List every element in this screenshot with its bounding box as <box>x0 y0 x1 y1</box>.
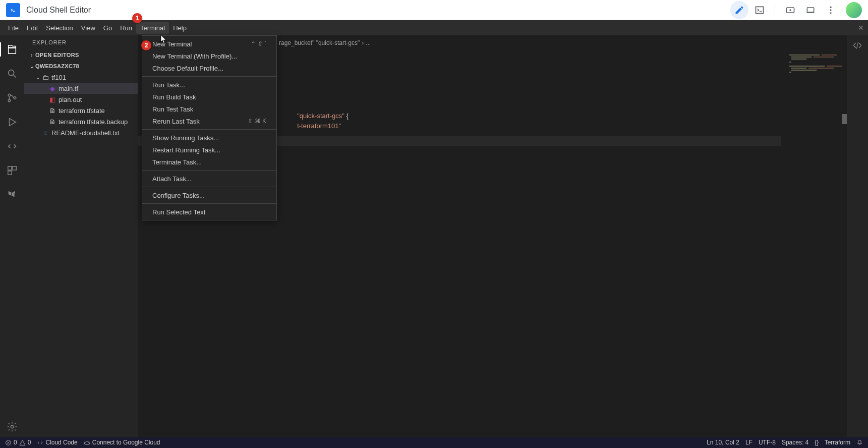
explorer-sidebar: EXPLORER ›OPEN EDITORS ⌄QWEDSAZXC78 ⌄🗀tf… <box>24 35 138 437</box>
open-editors-section[interactable]: ›OPEN EDITORS <box>24 49 138 61</box>
terminal-dropdown: New Terminal⌃ ⇧ ` New Terminal (With Pro… <box>142 35 277 220</box>
terminal-icon[interactable] <box>750 1 769 19</box>
menu-view[interactable]: View <box>77 22 99 34</box>
cloud-shell-logo-icon <box>6 3 20 17</box>
dd-rerun-last-task[interactable]: Rerun Last Task⇧ ⌘ K <box>142 115 276 127</box>
callout-badge-2: 2 <box>141 40 151 50</box>
dd-run-build-task[interactable]: Run Build Task <box>142 91 276 103</box>
chrome-title: Cloud Shell Editor <box>26 6 91 15</box>
warning-icon <box>19 439 26 446</box>
right-bar-icon[interactable] <box>852 40 862 52</box>
menu-selection[interactable]: Selection <box>42 22 77 34</box>
activity-scm-icon[interactable] <box>0 88 24 108</box>
status-encoding[interactable]: UTF-8 <box>759 439 776 446</box>
dd-configure-tasks[interactable]: Configure Tasks... <box>142 189 276 201</box>
mouse-cursor-icon <box>159 34 168 45</box>
status-cursor-position[interactable]: Ln 10, Col 2 <box>707 439 739 446</box>
right-activity-bar <box>847 35 868 437</box>
breadcrumb-segment[interactable]: rage_bucket" "quick-start-gcs" <box>279 39 360 46</box>
svg-rect-11 <box>8 166 12 170</box>
status-bar: 0 0 Cloud Code Connect to Google Cloud L… <box>0 437 868 448</box>
svg-point-6 <box>830 12 831 14</box>
dd-attach-task[interactable]: Attach Task... <box>142 173 276 185</box>
tree-file-readme[interactable]: ·≡README-cloudshell.txt <box>24 127 138 138</box>
status-connect-cloud[interactable]: Connect to Google Cloud <box>84 439 160 446</box>
explorer-title: EXPLORER <box>24 35 138 49</box>
minimap[interactable] <box>786 50 847 151</box>
status-language[interactable]: {} Terraform <box>815 439 850 446</box>
svg-rect-12 <box>13 166 16 170</box>
dd-restart-running-task[interactable]: Restart Running Task... <box>142 144 276 156</box>
status-problems[interactable]: 0 0 <box>5 439 31 446</box>
dd-run-selected-text[interactable]: Run Selected Text <box>142 206 276 218</box>
code-icon <box>37 439 43 446</box>
status-bell-icon[interactable] <box>856 439 863 446</box>
activity-bar <box>0 35 24 437</box>
status-indentation[interactable]: Spaces: 4 <box>782 439 808 446</box>
error-icon <box>5 439 12 446</box>
status-cloud-code[interactable]: Cloud Code <box>37 439 77 446</box>
callout-badge-1: 1 <box>132 13 142 23</box>
tree-file-tfstate[interactable]: ·🗎terraform.tfstate <box>24 105 138 116</box>
cloud-shell-titlebar: Cloud Shell Editor <box>0 0 868 20</box>
menu-run[interactable]: Run <box>116 22 136 34</box>
chrome-actions <box>730 1 862 19</box>
svg-point-10 <box>14 97 16 99</box>
menu-help[interactable]: Help <box>169 22 191 34</box>
editor-shell: File Edit Selection View Go Run Terminal… <box>0 20 868 448</box>
panel-close-icon[interactable]: ✕ <box>858 24 864 32</box>
braces-icon: {} <box>815 439 819 446</box>
dd-new-terminal-profile[interactable]: New Terminal (With Profile)... <box>142 50 276 62</box>
activity-cloud-code-icon[interactable] <box>0 136 24 156</box>
session-icon[interactable] <box>781 1 799 19</box>
activity-explorer-icon[interactable] <box>0 39 24 60</box>
tree-file-plan-out[interactable]: ·◧plan.out <box>24 94 138 105</box>
svg-rect-3 <box>807 12 814 13</box>
tree-file-tfstate-backup[interactable]: ·🗎terraform.tfstate.backup <box>24 116 138 127</box>
user-avatar[interactable] <box>846 2 862 18</box>
activity-extensions-icon[interactable] <box>0 160 24 181</box>
tree-file-main-tf[interactable]: ·◆main.tf <box>24 83 138 94</box>
breadcrumb-sep: › <box>362 39 364 46</box>
svg-point-8 <box>8 94 11 96</box>
popout-icon[interactable] <box>801 1 820 19</box>
tree-folder-tf101[interactable]: ⌄🗀tf101 <box>24 72 138 83</box>
more-icon[interactable] <box>822 1 840 19</box>
svg-point-14 <box>11 425 14 428</box>
activity-terraform-icon[interactable] <box>0 185 24 205</box>
dd-show-running-tasks[interactable]: Show Running Tasks... <box>142 132 276 144</box>
workspace-section[interactable]: ⌄QWEDSAZXC78 <box>24 61 138 72</box>
menu-edit[interactable]: Edit <box>23 22 42 34</box>
breadcrumb-ellipsis[interactable]: ... <box>366 39 371 46</box>
dd-choose-default-profile[interactable]: Choose Default Profile... <box>142 62 276 74</box>
dd-terminate-task[interactable]: Terminate Task... <box>142 156 276 168</box>
svg-point-4 <box>830 6 831 8</box>
menu-file[interactable]: File <box>4 22 23 34</box>
svg-point-1 <box>789 9 791 11</box>
activity-settings-icon[interactable] <box>0 417 24 437</box>
menu-terminal[interactable]: Terminal <box>136 22 169 34</box>
dd-run-test-task[interactable]: Run Test Task <box>142 103 276 115</box>
activity-debug-icon[interactable] <box>0 112 24 132</box>
svg-rect-13 <box>8 171 12 175</box>
cloud-icon <box>84 439 90 446</box>
menu-bar: File Edit Selection View Go Run Terminal… <box>0 20 868 35</box>
svg-point-9 <box>8 99 11 102</box>
code-token-string: t-terraform101" <box>297 122 341 130</box>
activity-search-icon[interactable] <box>0 64 24 84</box>
status-eol[interactable]: LF <box>745 439 753 446</box>
menu-go[interactable]: Go <box>99 22 116 34</box>
svg-point-7 <box>9 70 14 76</box>
edit-icon[interactable] <box>730 1 748 19</box>
svg-point-5 <box>830 9 831 11</box>
dd-run-task[interactable]: Run Task... <box>142 79 276 91</box>
code-token-brace: { <box>344 112 349 120</box>
